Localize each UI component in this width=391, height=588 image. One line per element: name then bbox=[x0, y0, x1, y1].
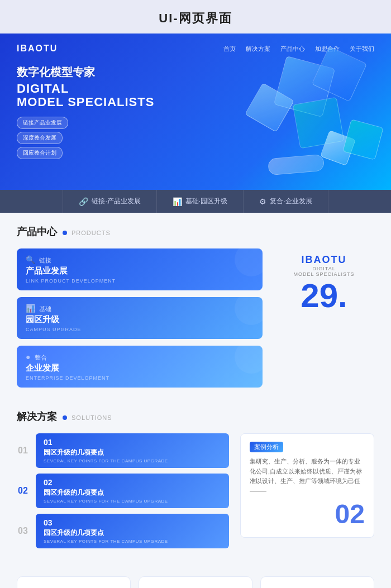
solution-card-sub-1: SEVERAL KEY POINTS FOR THE CAMPUS UPGRAD… bbox=[44, 458, 221, 463]
cloud-card-3[interactable]: ☁ 云数据应用 CLOUD DATA APPLICATIONS bbox=[260, 576, 374, 588]
products-right: IBAOTU DIGITALMODEL SPECIALISTS 29. bbox=[274, 248, 374, 313]
solution-outer-num-3: 03 bbox=[17, 526, 29, 536]
hero-section: IBAOTU 首页 解决方案 产品中心 加盟合作 关于我们 数字化模型专家 DI… bbox=[0, 34, 391, 190]
solution-row-2: 02 02 园区升级的几项要点 SEVERAL KEY POINTS FOR T… bbox=[17, 474, 229, 508]
page-title-area: UI-网页界面 bbox=[0, 0, 391, 34]
case-tag: 案例分析 bbox=[250, 442, 283, 452]
product-title-2: 园区升级 bbox=[26, 314, 254, 325]
product-icon-2: 📊 bbox=[26, 304, 35, 313]
products-dot bbox=[63, 231, 67, 235]
products-number: 29. bbox=[274, 279, 374, 313]
solution-card-title-2: 园区升级的几项要点 bbox=[44, 488, 221, 498]
cloud-card-2[interactable]: ☁ 云数据平台 CLOUD DATA PLATFORM bbox=[139, 576, 252, 588]
product-card-3[interactable]: ● 整合 企业发展 ENTERPRISE DEVELOPMENT bbox=[17, 346, 263, 388]
products-title-en: PRODUCTS bbox=[71, 230, 111, 236]
solution-card-sub-2: SEVERAL KEY POINTS FOR THE CAMPUS UPGRAD… bbox=[44, 499, 221, 504]
tab-item-base[interactable]: 📊 基础·园区升级 bbox=[157, 190, 244, 213]
case-number: 02 bbox=[250, 499, 365, 529]
cloud-card-1[interactable]: ☁ 云计算平台 CLOUD COMPUTING PLATFORM bbox=[17, 576, 131, 588]
nav-home[interactable]: 首页 bbox=[223, 45, 236, 53]
hero-btn-3[interactable]: 回应整合计划 bbox=[17, 147, 63, 159]
tab-complex-label: 复合·企业发展 bbox=[270, 197, 312, 206]
solution-card-2[interactable]: 02 园区升级的几项要点 SEVERAL KEY POINTS FOR THE … bbox=[36, 474, 229, 508]
hero-btn-2[interactable]: 深度整合发展 bbox=[17, 132, 63, 144]
product-sub-1: LINK PRODUCT DEVELOPMENT bbox=[26, 278, 254, 284]
solution-card-3[interactable]: 03 园区升级的几项要点 SEVERAL KEY POINTS FOR THE … bbox=[36, 514, 229, 548]
cloud-section: ☁ 云计算平台 CLOUD COMPUTING PLATFORM ☁ 云数据平台… bbox=[0, 566, 391, 588]
products-list: 🔍 链接 产品业发展 LINK PRODUCT DEVELOPMENT 📊 基础… bbox=[17, 248, 263, 388]
solution-row-3: 03 03 园区升级的几项要点 SEVERAL KEY POINTS FOR T… bbox=[17, 514, 229, 548]
solution-row-1: 01 01 园区升级的几项要点 SEVERAL KEY POINTS FOR T… bbox=[17, 433, 229, 468]
products-brand: IBAOTU bbox=[274, 254, 374, 266]
products-brand-sub: DIGITALMODEL SPECIALISTS bbox=[274, 266, 374, 277]
product-sub-2: CAMPUS UPGRADE bbox=[26, 327, 254, 332]
solution-card-title-1: 园区升级的几项要点 bbox=[44, 448, 221, 457]
solutions-header: 解决方案 SOLUTIONS bbox=[17, 410, 374, 423]
tab-bar: 🔗 链接·产品业发展 📊 基础·园区升级 ⚙ 复合·企业发展 bbox=[0, 190, 391, 213]
case-desc: 集研究、生产、分析、服务为一体的专业化公司,自成立以来始终以优质、严谨为标准以设… bbox=[250, 457, 365, 486]
solution-card-sub-3: SEVERAL KEY POINTS FOR THE CAMPUS UPGRAD… bbox=[44, 539, 221, 544]
solution-card-num-1: 01 bbox=[44, 438, 221, 447]
solutions-dot bbox=[63, 415, 67, 420]
hero-title-en-1: DIGITAL bbox=[17, 82, 374, 95]
products-header: 产品中心 PRODUCTS bbox=[17, 225, 374, 238]
tab-complex-icon: ⚙ bbox=[259, 197, 266, 206]
product-label-2: 📊 基础 bbox=[26, 304, 254, 313]
product-sub-3: ENTERPRISE DEVELOPMENT bbox=[26, 375, 254, 381]
solution-card-num-3: 03 bbox=[44, 518, 221, 527]
products-title-cn: 产品中心 bbox=[17, 225, 57, 238]
tab-item-complex[interactable]: ⚙ 复合·企业发展 bbox=[244, 190, 328, 213]
cloud-cards: ☁ 云计算平台 CLOUD COMPUTING PLATFORM ☁ 云数据平台… bbox=[17, 576, 374, 588]
hero-btn-1[interactable]: 链接产品业发展 bbox=[17, 117, 68, 129]
product-title-3: 企业发展 bbox=[26, 363, 254, 374]
solutions-left: 01 01 园区升级的几项要点 SEVERAL KEY POINTS FOR T… bbox=[17, 433, 229, 554]
hero-subtitle-cn: 数字化模型专家 bbox=[17, 65, 374, 80]
solutions-title-cn: 解决方案 bbox=[17, 410, 57, 423]
solution-outer-num-2: 02 bbox=[17, 486, 29, 496]
cloud-icon-2: ☁ bbox=[147, 586, 244, 588]
tab-base-icon: 📊 bbox=[173, 197, 182, 206]
solution-card-1[interactable]: 01 园区升级的几项要点 SEVERAL KEY POINTS FOR THE … bbox=[36, 433, 229, 468]
page-title: UI-网页界面 bbox=[0, 10, 391, 27]
product-icon-3: ● bbox=[26, 352, 30, 361]
solutions-section: 解决方案 SOLUTIONS 01 01 园区升级的几项要点 SEVERAL K… bbox=[0, 400, 391, 566]
solution-card-title-3: 园区升级的几项要点 bbox=[44, 528, 221, 538]
solutions-layout: 01 01 园区升级的几项要点 SEVERAL KEY POINTS FOR T… bbox=[17, 433, 374, 554]
products-section: 产品中心 PRODUCTS 🔍 链接 产品业发展 LINK PRODUCT DE… bbox=[0, 213, 391, 400]
hero-content: 数字化模型专家 DIGITAL MODEL SPECIALISTS 链接产品业发… bbox=[17, 65, 374, 159]
product-card-1[interactable]: 🔍 链接 产品业发展 LINK PRODUCT DEVELOPMENT bbox=[17, 248, 263, 290]
solutions-title-en: SOLUTIONS bbox=[71, 414, 112, 421]
tab-link-icon: 🔗 bbox=[79, 197, 88, 206]
cloud-icon-1: ☁ bbox=[25, 586, 122, 588]
cloud-icon-3: ☁ bbox=[269, 586, 366, 588]
tab-base-label: 基础·园区升级 bbox=[185, 197, 227, 206]
solution-card-num-2: 02 bbox=[44, 478, 221, 487]
product-label-1: 🔍 链接 bbox=[26, 255, 254, 265]
hero-logo: IBAOTU bbox=[17, 44, 58, 54]
case-box: 案例分析 集研究、生产、分析、服务为一体的专业化公司,自成立以来始终以优质、严谨… bbox=[240, 433, 374, 538]
hero-buttons: 链接产品业发展 深度整合发展 回应整合计划 bbox=[17, 117, 374, 159]
case-divider bbox=[250, 491, 266, 492]
product-label-3: ● 整合 bbox=[26, 352, 254, 362]
product-icon-1: 🔍 bbox=[26, 255, 35, 264]
products-layout: 🔍 链接 产品业发展 LINK PRODUCT DEVELOPMENT 📊 基础… bbox=[17, 248, 374, 388]
tab-item-link[interactable]: 🔗 链接·产品业发展 bbox=[63, 190, 156, 213]
product-title-1: 产品业发展 bbox=[26, 266, 254, 276]
product-card-2[interactable]: 📊 基础 园区升级 CAMPUS UPGRADE bbox=[17, 297, 263, 339]
solution-outer-num-1: 01 bbox=[17, 446, 29, 456]
case-header: 案例分析 bbox=[250, 442, 365, 452]
hero-title-en-2: MODEL SPECIALISTS bbox=[17, 95, 374, 109]
tab-link-label: 链接·产品业发展 bbox=[92, 197, 140, 206]
solutions-right: 案例分析 集研究、生产、分析、服务为一体的专业化公司,自成立以来始终以优质、严谨… bbox=[240, 433, 374, 554]
